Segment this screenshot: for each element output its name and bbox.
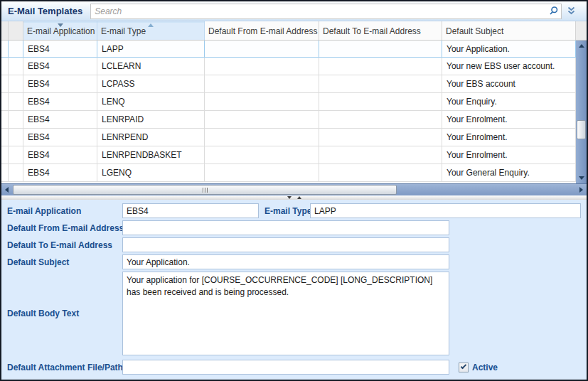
table-row[interactable]: EBS4 LENRPEND Your Enrolment.	[1, 129, 576, 146]
horizontal-scroll-track[interactable]	[12, 184, 576, 195]
search-input[interactable]	[91, 5, 547, 18]
search-box[interactable]	[90, 4, 562, 19]
cell-default-to[interactable]	[319, 75, 442, 92]
row-indicator-cell[interactable]	[1, 129, 9, 146]
cell-default-subject[interactable]: Your EBS account	[442, 75, 576, 92]
default-body-label: Default Body Text	[7, 308, 122, 318]
search-icon[interactable]	[547, 5, 560, 18]
table-row[interactable]: EBS4 LAPP Your Application.	[1, 41, 576, 58]
cell-email-application[interactable]: EBS4	[23, 75, 97, 92]
row-blank-cell[interactable]	[9, 41, 23, 57]
grid-header-row: E-mail Application E-mail Type Default F…	[1, 21, 576, 41]
cell-default-subject[interactable]: Your new EBS user account.	[442, 58, 576, 75]
cell-email-type[interactable]: LENRPEND	[97, 129, 205, 146]
cell-default-to[interactable]	[319, 111, 442, 128]
form-row-default-to: Default To E-mail Address	[7, 237, 581, 252]
cell-email-type[interactable]: LENQ	[97, 93, 205, 110]
cell-default-subject[interactable]: Your Enrolment.	[442, 129, 576, 146]
row-indicator-cell[interactable]	[1, 93, 9, 110]
default-subject-field[interactable]	[122, 254, 449, 269]
checkmark-icon	[461, 363, 466, 369]
cell-email-application[interactable]: EBS4	[23, 111, 97, 128]
row-blank-cell[interactable]	[9, 111, 23, 128]
cell-default-to[interactable]	[319, 41, 442, 57]
email-type-field[interactable]	[310, 203, 581, 218]
column-header-default-to[interactable]: Default To E-mail Address	[319, 21, 442, 40]
table-row[interactable]: EBS4 LGENQ Your General Enquiry.	[1, 164, 576, 182]
vertical-scroll-track[interactable]	[576, 41, 587, 183]
cell-email-application[interactable]: EBS4	[23, 58, 97, 75]
cell-default-to[interactable]	[319, 164, 442, 181]
column-header-email-application[interactable]: E-mail Application	[23, 21, 97, 40]
scroll-up-arrow[interactable]	[576, 41, 587, 51]
cell-email-application[interactable]: EBS4	[23, 129, 97, 146]
cell-email-application[interactable]: EBS4	[23, 146, 97, 163]
cell-default-subject[interactable]: Your Enquiry.	[442, 93, 576, 110]
cell-email-type[interactable]: LENRPENDBASKET	[97, 146, 205, 163]
active-checkbox[interactable]	[459, 363, 469, 372]
cell-default-from[interactable]	[205, 93, 319, 110]
chevron-double-down-icon[interactable]	[562, 6, 580, 16]
horizontal-scroll-thumb[interactable]	[13, 185, 397, 195]
row-indicator-cell[interactable]	[1, 58, 9, 75]
default-to-field[interactable]	[122, 237, 449, 252]
cell-default-from[interactable]	[205, 146, 319, 163]
default-attachment-field[interactable]	[122, 360, 449, 375]
row-indicator-cell[interactable]	[1, 146, 9, 163]
email-application-field[interactable]	[122, 203, 259, 218]
column-header-default-subject[interactable]: Default Subject	[442, 21, 576, 40]
row-blank-cell[interactable]	[9, 75, 23, 92]
vertical-scroll-thumb[interactable]	[577, 120, 586, 139]
cell-default-from[interactable]	[205, 41, 319, 57]
table-row[interactable]: EBS4 LENRPENDBASKET Your Enrolment.	[1, 146, 576, 164]
cell-email-type[interactable]: LENRPAID	[97, 111, 205, 128]
cell-email-type[interactable]: LCPASS	[97, 75, 205, 92]
row-blank-cell[interactable]	[9, 58, 23, 75]
cell-default-subject[interactable]: Your General Enquiry.	[442, 164, 576, 181]
column-header-label: Default To E-mail Address	[323, 26, 421, 36]
cell-email-application[interactable]: EBS4	[23, 41, 97, 57]
cell-default-to[interactable]	[319, 93, 442, 110]
scroll-right-arrow[interactable]	[576, 184, 587, 195]
table-row[interactable]: EBS4 LCLEARN Your new EBS user account.	[1, 58, 576, 75]
cell-default-from[interactable]	[205, 75, 319, 92]
row-blank-cell[interactable]	[9, 129, 23, 146]
scrollbar-header-filler	[576, 21, 587, 41]
table-row[interactable]: EBS4 LENRPAID Your Enrolment.	[1, 111, 576, 129]
cell-default-to[interactable]	[319, 58, 442, 75]
cell-default-from[interactable]	[205, 164, 319, 181]
default-subject-label: Default Subject	[7, 257, 122, 267]
row-indicator-cell[interactable]	[1, 75, 9, 92]
table-row[interactable]: EBS4 LENQ Your Enquiry.	[1, 93, 576, 111]
cell-email-application[interactable]: EBS4	[23, 164, 97, 181]
scroll-left-arrow[interactable]	[1, 184, 12, 195]
row-blank-cell[interactable]	[9, 146, 23, 163]
column-header-default-from[interactable]: Default From E-mail Address	[205, 21, 319, 40]
row-indicator-cell[interactable]	[1, 111, 9, 128]
cell-default-from[interactable]	[205, 58, 319, 75]
grid-rows: EBS4 LAPP Your Application. EBS4 LCLEARN…	[1, 41, 576, 183]
cell-email-application[interactable]: EBS4	[23, 93, 97, 110]
table-row[interactable]: EBS4 LCPASS Your EBS account	[1, 75, 576, 93]
cell-default-subject[interactable]: Your Enrolment.	[442, 146, 576, 163]
cell-default-from[interactable]	[205, 111, 319, 128]
cell-default-subject[interactable]: Your Application.	[442, 41, 576, 57]
cell-default-to[interactable]	[319, 146, 442, 163]
default-from-field[interactable]	[122, 220, 449, 235]
row-indicator-cell[interactable]	[1, 41, 9, 57]
grid-corner-cell[interactable]	[1, 21, 9, 40]
row-indicator-cell[interactable]	[1, 164, 9, 181]
scroll-down-arrow[interactable]	[576, 173, 587, 183]
cell-default-to[interactable]	[319, 129, 442, 146]
grid-blank-header[interactable]	[9, 21, 23, 40]
cell-email-type[interactable]: LAPP	[97, 41, 205, 57]
sort-ascending-icon	[148, 23, 154, 27]
cell-default-from[interactable]	[205, 129, 319, 146]
row-blank-cell[interactable]	[9, 164, 23, 181]
default-body-field[interactable]: Your application for [COURSE_OCCURRENCE_…	[122, 272, 449, 355]
row-blank-cell[interactable]	[9, 93, 23, 110]
cell-email-type[interactable]: LGENQ	[97, 164, 205, 181]
cell-email-type[interactable]: LCLEARN	[97, 58, 205, 75]
column-header-email-type[interactable]: E-mail Type	[97, 21, 205, 40]
cell-default-subject[interactable]: Your Enrolment.	[442, 111, 576, 128]
